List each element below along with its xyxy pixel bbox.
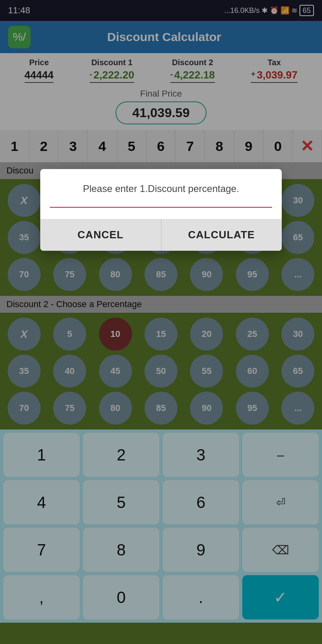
calculate-button[interactable]: CALCULATE — [161, 219, 282, 251]
modal-actions: CANCEL CALCULATE — [40, 219, 282, 251]
modal-message: Please enter 1.Discount percentage. — [50, 182, 272, 196]
modal-input-line — [50, 207, 272, 208]
cancel-button[interactable]: CANCEL — [40, 219, 161, 251]
modal-overlay: Please enter 1.Discount percentage. CANC… — [0, 0, 322, 644]
modal-dialog: Please enter 1.Discount percentage. CANC… — [40, 169, 282, 251]
